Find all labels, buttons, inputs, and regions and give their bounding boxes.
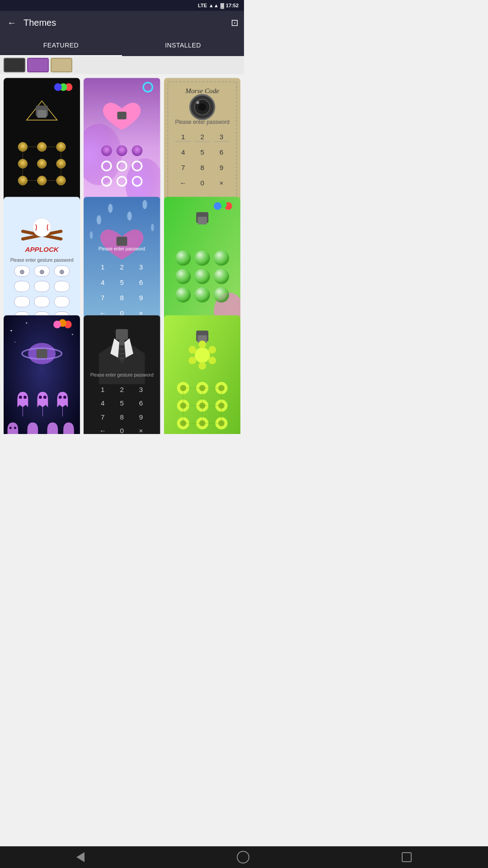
- svg-text:8: 8: [200, 164, 204, 171]
- svg-point-109: [175, 269, 191, 284]
- sub-tabs: [0, 56, 244, 74]
- svg-point-117: [26, 322, 27, 324]
- svg-text:8: 8: [120, 413, 124, 421]
- svg-point-107: [194, 250, 210, 266]
- svg-point-27: [132, 145, 143, 156]
- svg-rect-85: [117, 236, 127, 245]
- svg-text:1: 1: [101, 263, 104, 271]
- svg-text:5: 5: [200, 148, 204, 156]
- svg-point-165: [198, 362, 206, 370]
- svg-text:9: 9: [139, 294, 143, 302]
- svg-point-119: [72, 334, 73, 335]
- svg-point-132: [59, 396, 62, 399]
- svg-point-79: [97, 215, 101, 224]
- svg-text:1: 1: [101, 386, 104, 393]
- svg-point-106: [175, 250, 191, 266]
- sub-tab-thumb-2[interactable]: [27, 58, 49, 72]
- theme-grid: Morse Code 1 2 3 4 5 6 7 8 9 ← 0 × Pleas…: [0, 74, 244, 434]
- svg-rect-68: [54, 281, 70, 292]
- svg-text:3: 3: [139, 386, 143, 393]
- crop-icon[interactable]: ⊡: [231, 17, 239, 28]
- svg-point-137: [9, 427, 12, 429]
- svg-point-102: [214, 202, 221, 210]
- svg-text:Please enter gesture password: Please enter gesture password: [10, 258, 74, 263]
- svg-point-110: [194, 269, 210, 284]
- svg-text:4: 4: [101, 400, 105, 407]
- theme-card-5[interactable]: Please enter password 1 2 3 4 5 6 7 8 9 …: [84, 197, 160, 333]
- svg-rect-70: [34, 296, 50, 307]
- svg-text:1: 1: [181, 133, 185, 141]
- status-bar: LTE ▲▲ ▓ 17:52: [0, 0, 244, 11]
- svg-point-6: [54, 83, 62, 91]
- svg-rect-71: [54, 296, 70, 307]
- battery-icon: ▓: [221, 3, 224, 8]
- tab-installed[interactable]: INSTALLED: [122, 34, 244, 56]
- svg-rect-105: [197, 217, 206, 224]
- svg-rect-69: [14, 296, 30, 307]
- svg-point-11: [38, 159, 47, 168]
- svg-text:Please enter password: Please enter password: [99, 246, 145, 251]
- svg-rect-144: [116, 329, 128, 340]
- signal-icon: ▲▲: [209, 3, 219, 8]
- svg-text:⊕: ⊕: [39, 269, 45, 275]
- svg-point-163: [208, 346, 216, 354]
- svg-text:2: 2: [120, 263, 124, 271]
- svg-text:3: 3: [219, 133, 223, 141]
- theme-card-8[interactable]: Please enter gesture password 1 2 3 4 5 …: [84, 315, 160, 434]
- svg-point-127: [53, 321, 61, 329]
- svg-text:7: 7: [101, 294, 104, 302]
- sub-tab-thumb-1[interactable]: [4, 58, 25, 72]
- svg-point-166: [188, 357, 196, 364]
- svg-point-128: [19, 396, 22, 399]
- theme-card-4[interactable]: APPLOCK Please enter gesture password ⊕ …: [4, 197, 80, 333]
- svg-text:9: 9: [139, 413, 143, 421]
- theme-card-1[interactable]: [4, 78, 80, 214]
- svg-text:Please enter password: Please enter password: [175, 119, 229, 125]
- svg-point-81: [127, 211, 132, 220]
- theme-card-3[interactable]: Morse Code 1 2 3 4 5 6 7 8 9 ← 0 × Pleas…: [164, 78, 240, 214]
- svg-point-112: [175, 287, 191, 302]
- svg-text:×: ×: [219, 179, 223, 187]
- svg-point-164: [208, 357, 216, 364]
- svg-point-82: [143, 200, 147, 209]
- svg-text:0: 0: [200, 179, 204, 187]
- svg-text:←: ←: [99, 427, 106, 434]
- svg-text:⊕: ⊕: [59, 269, 65, 275]
- svg-point-80: [108, 203, 113, 212]
- svg-text:6: 6: [139, 278, 143, 286]
- theme-card-6[interactable]: [164, 197, 240, 333]
- svg-point-113: [194, 287, 210, 302]
- svg-point-161: [194, 348, 210, 363]
- theme-card-7[interactable]: [4, 315, 80, 434]
- svg-point-84: [151, 223, 154, 231]
- theme-card-9[interactable]: [164, 315, 240, 434]
- svg-point-130: [39, 396, 42, 399]
- svg-point-26: [117, 145, 127, 156]
- svg-text:5: 5: [120, 278, 124, 286]
- theme-card-2[interactable]: [84, 78, 160, 214]
- svg-text:8: 8: [120, 294, 124, 302]
- svg-text:×: ×: [139, 427, 143, 434]
- svg-rect-67: [34, 281, 50, 292]
- svg-text:2: 2: [200, 133, 204, 141]
- back-button[interactable]: ←: [5, 16, 18, 30]
- svg-text:7: 7: [181, 164, 185, 171]
- svg-text:3: 3: [139, 263, 143, 271]
- svg-rect-3: [38, 110, 47, 118]
- svg-text:7: 7: [101, 413, 104, 421]
- svg-text:⊕: ⊕: [19, 269, 25, 275]
- sub-tab-thumb-3[interactable]: [51, 58, 72, 72]
- svg-text:5: 5: [120, 400, 124, 407]
- svg-rect-23: [117, 112, 127, 119]
- svg-text:Morse Code: Morse Code: [185, 87, 219, 94]
- svg-point-83: [90, 231, 93, 239]
- svg-text:Please enter gesture password: Please enter gesture password: [90, 373, 154, 377]
- tab-featured[interactable]: FEATURED: [0, 34, 122, 56]
- svg-text:6: 6: [219, 148, 223, 156]
- svg-point-131: [43, 396, 47, 399]
- svg-rect-66: [14, 281, 30, 292]
- svg-point-120: [15, 342, 16, 343]
- svg-text:2: 2: [120, 386, 124, 393]
- svg-point-108: [214, 250, 229, 266]
- svg-point-162: [198, 341, 206, 349]
